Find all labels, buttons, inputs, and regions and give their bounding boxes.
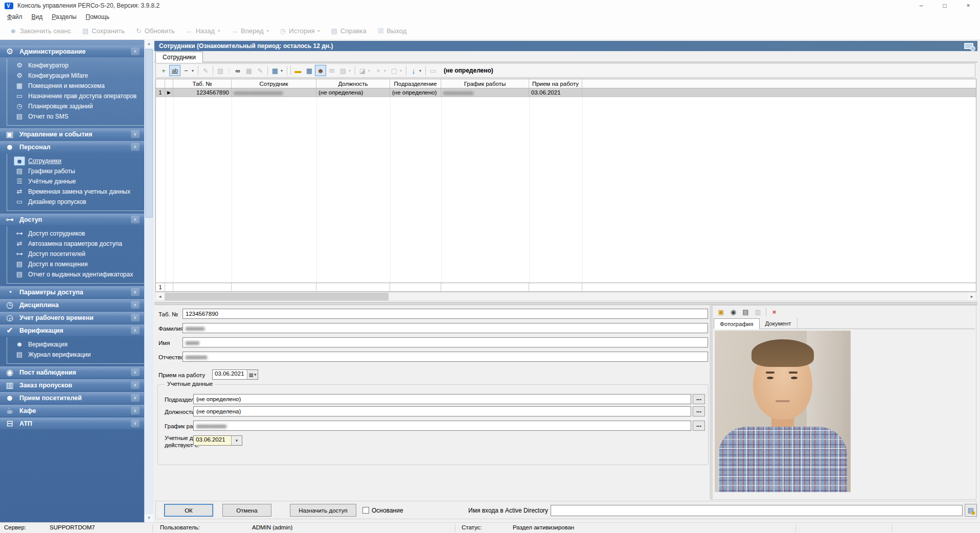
employee-card-icon[interactable]: ☻ — [315, 65, 326, 76]
expand-chevron-icon[interactable]: » — [131, 288, 140, 296]
schedule-assign-icon[interactable]: ▦ — [269, 65, 281, 76]
expand-chevron-icon[interactable]: » — [131, 314, 140, 321]
scrollbar-thumb[interactable] — [165, 293, 389, 300]
chevron-down-icon[interactable]: ▾ — [231, 436, 242, 445]
sidebar-section-management-events[interactable]: ▣ Управление и события » — [0, 128, 144, 140]
dropdown-caret-icon[interactable]: ▾ — [400, 68, 404, 73]
transport-icon[interactable]: ▬ — [292, 65, 304, 76]
sidebar-item-issued-ids-report[interactable]: ▤Отчет о выданных идентификаторах — [7, 269, 144, 280]
sidebar-item-task-scheduler[interactable]: ◷Планировщик заданий — [7, 101, 144, 111]
collapse-chevron-icon[interactable]: « — [131, 216, 140, 223]
camera-icon[interactable]: ◉ — [728, 307, 739, 317]
calendar-dropdown-icon[interactable]: ▦▾ — [247, 370, 258, 379]
back-button[interactable]: ←Назад▾ — [180, 26, 225, 36]
expand-chevron-icon[interactable]: » — [131, 381, 140, 389]
menu-file[interactable]: Файл — [3, 13, 27, 20]
sidebar-section-personnel[interactable]: ☻ Персонал « — [0, 141, 144, 153]
save-button[interactable]: ▤Сохранить — [77, 26, 130, 36]
scroll-down-icon[interactable]: ▼ — [145, 514, 153, 522]
sidebar-section-discipline[interactable]: ◷ Дисциплина » — [0, 299, 144, 311]
collapse-chevron-icon[interactable]: « — [131, 143, 140, 151]
sidebar-scrollbar[interactable]: ▲ ▼ — [144, 40, 153, 522]
sidebar-item-access-autoreplace[interactable]: ⇄Автозамена параметров доступа — [7, 239, 144, 249]
sidebar-item-configurator[interactable]: ⚙Конфигуратор — [7, 60, 144, 71]
table-edit-icon[interactable]: ✎ — [255, 65, 266, 76]
delete-record-icon[interactable]: − — [180, 65, 192, 76]
sidebar-item-operator-rights[interactable]: ▭Назначение прав доступа операторов — [7, 91, 144, 101]
add-record-icon[interactable]: + — [158, 65, 169, 76]
schedule-browse-button[interactable]: ... — [693, 421, 705, 431]
scroll-right-icon[interactable]: ▸ — [968, 293, 976, 300]
dropdown-caret-icon[interactable]: ▾ — [384, 68, 389, 73]
expand-chevron-icon[interactable]: » — [131, 368, 140, 376]
expand-chevron-icon[interactable]: » — [131, 407, 140, 414]
copy-icon[interactable]: ▢ — [389, 65, 400, 76]
card-props-icon[interactable]: ✎ — [200, 65, 211, 76]
tab-employees[interactable]: Сотрудники — [155, 52, 203, 62]
more-icon[interactable]: ⋮ — [226, 65, 232, 76]
stamp-icon[interactable]: ▨ — [337, 65, 349, 76]
monitor-search-icon[interactable] — [964, 43, 973, 49]
patronymic-field[interactable]: ▆▆▆▆▆▆▆▆ — [183, 352, 708, 362]
delete-multi-icon[interactable]: × — [373, 65, 384, 76]
position-field[interactable]: (не определена) — [193, 406, 691, 416]
sidebar-section-administration[interactable]: ⚙ Администрирование « — [0, 45, 144, 57]
badge-print-icon[interactable]: ▭ — [427, 65, 439, 76]
reason-checkbox[interactable] — [362, 507, 369, 514]
menu-sections[interactable]: Разделы — [47, 13, 81, 20]
tab-photo[interactable]: Фотография — [714, 318, 760, 329]
search-table-icon[interactable]: ▩ — [243, 65, 255, 76]
photo-view-icon[interactable]: ▧ — [215, 65, 226, 76]
scrollbar-thumb[interactable] — [145, 49, 153, 218]
scroll-left-icon[interactable]: ◂ — [156, 293, 164, 300]
forward-button[interactable]: →Вперед▾ — [225, 26, 275, 36]
tab-document[interactable]: Документ — [760, 318, 797, 329]
minimize-button[interactable]: – — [909, 0, 933, 11]
menu-view[interactable]: Вид — [27, 13, 48, 20]
surname-field[interactable]: ▆▆▆▆▆▆▆ — [183, 323, 708, 333]
header-employee[interactable]: Сотрудник — [232, 79, 316, 88]
header-marker[interactable] — [165, 79, 173, 88]
header-rownum[interactable] — [156, 79, 165, 88]
dropdown-caret-icon[interactable]: ▾ — [349, 68, 353, 73]
sidebar-item-credentials[interactable]: ☰Учётные данные — [7, 176, 144, 187]
delete-photo-icon[interactable]: × — [769, 307, 780, 317]
sidebar-item-employee-access[interactable]: ⊶Доступ сотрудников — [7, 228, 144, 239]
header-schedule[interactable]: График работы — [441, 79, 529, 88]
expand-chevron-icon[interactable]: » — [131, 130, 140, 138]
table-add-icon[interactable]: ▦ — [304, 65, 315, 76]
sidebar-item-verification-log[interactable]: ▤Журнал верификации — [7, 350, 144, 360]
collapse-chevron-icon[interactable]: « — [131, 48, 140, 55]
sidebar-section-verification[interactable]: ✔ Верификация « — [0, 325, 144, 336]
assign-access-button[interactable]: Назначить доступ — [290, 504, 356, 517]
valid-from-date-field[interactable]: 03.06.2021 ▾ — [193, 435, 242, 446]
ad-login-input[interactable] — [551, 505, 963, 516]
sidebar-item-employees[interactable]: ☻Сотрудники — [7, 156, 144, 166]
history-button[interactable]: ◷История▾ — [275, 26, 326, 36]
maximize-button[interactable]: □ — [933, 0, 956, 11]
scanner-icon[interactable]: ▤ — [740, 307, 751, 317]
expand-chevron-icon[interactable]: » — [131, 420, 140, 427]
close-button[interactable]: × — [956, 0, 980, 11]
table-hscrollbar[interactable]: ◂ ▸ — [155, 292, 976, 301]
dropdown-caret-icon[interactable]: ▾ — [368, 68, 373, 73]
sidebar-section-atp[interactable]: ⊟ АТП » — [0, 418, 144, 429]
header-position[interactable]: Должность — [316, 79, 390, 88]
sidebar-section-access[interactable]: ⊶ Доступ « — [0, 214, 144, 225]
sidebar-item-temp-credentials[interactable]: ⇄Временная замена учетных данных — [7, 187, 144, 197]
scroll-up-icon[interactable]: ▲ — [145, 40, 153, 48]
department-field[interactable]: (не определено) — [193, 394, 691, 404]
export-icon[interactable]: ↓ — [408, 65, 419, 76]
sidebar-section-access-params[interactable]: ◔ Параметры доступа » — [0, 286, 144, 298]
sidebar-item-visitor-access[interactable]: ⊶Доступ посетителей — [7, 249, 144, 259]
sidebar-item-sms-report[interactable]: ▤Отчет по SMS — [7, 111, 144, 122]
hired-date-field[interactable]: 03.06.2021 ▦▾ — [212, 369, 258, 380]
collapse-chevron-icon[interactable]: « — [131, 327, 140, 334]
header-hired[interactable]: Прием на работу — [529, 79, 582, 88]
expand-chevron-icon[interactable]: » — [131, 301, 140, 309]
sidebar-item-rooms-mnemo[interactable]: ▦Помещения и мнемосхема — [7, 81, 144, 91]
sidebar-section-cafe[interactable]: ☕ Кафе » — [0, 405, 144, 416]
edit-record-icon[interactable]: ab — [169, 65, 180, 76]
sidebar-section-pass-orders[interactable]: ▥ Заказ пропусков » — [0, 379, 144, 391]
header-tab-no[interactable]: Таб. № — [173, 79, 232, 88]
